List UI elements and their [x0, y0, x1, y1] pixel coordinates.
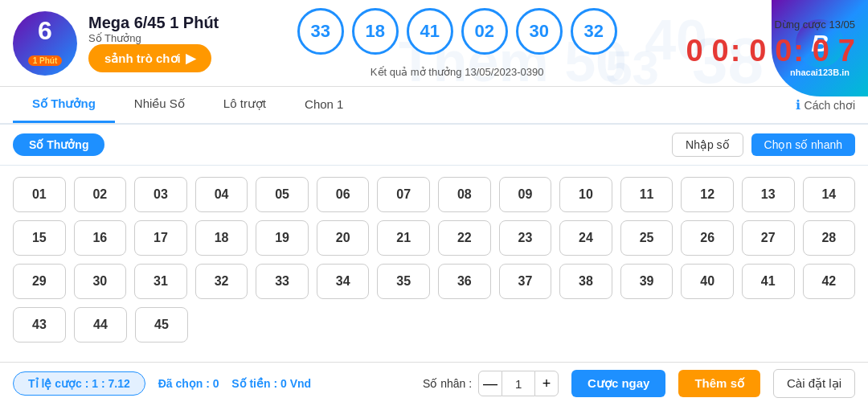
lottery-date: Kết quả mở thưởng 13/05/2023-0390 — [371, 66, 544, 78]
digit-2: 0 — [742, 34, 766, 68]
num-btn-44[interactable]: 44 — [74, 307, 127, 343]
digit-0: 0 — [679, 34, 703, 68]
num-btn-43[interactable]: 43 — [13, 307, 66, 343]
num-btn-32[interactable]: 32 — [195, 264, 248, 299]
play-button-label: sảnh trò chơi — [104, 51, 181, 66]
arrow-icon: ▶ — [186, 51, 195, 66]
num-btn-01[interactable]: 01 — [13, 177, 66, 212]
digit-3: 0 — [768, 34, 792, 68]
so-tien-value: 0 — [280, 377, 287, 390]
num-btn-37[interactable]: 37 — [499, 264, 552, 299]
num-btn-26[interactable]: 26 — [681, 220, 734, 256]
num-btn-24[interactable]: 24 — [559, 220, 612, 256]
num-btn-15[interactable]: 15 — [13, 220, 66, 256]
num-btn-34[interactable]: 34 — [317, 264, 370, 299]
num-btn-41[interactable]: 41 — [742, 264, 795, 299]
num-btn-03[interactable]: 03 — [134, 177, 187, 212]
cai-dat-lai-button[interactable]: Cài đặt lại — [773, 369, 855, 398]
num-btn-06[interactable]: 06 — [317, 177, 370, 212]
so-thuong-button[interactable]: Số Thưởng — [13, 133, 104, 156]
num-btn-02[interactable]: 02 — [74, 177, 127, 212]
num-btn-18[interactable]: 18 — [195, 220, 248, 256]
digit-1: 0 — [705, 34, 729, 68]
num-btn-09[interactable]: 09 — [499, 177, 552, 212]
num-btn-16[interactable]: 16 — [74, 220, 127, 256]
brand-url: nhacai123B.in — [790, 68, 850, 77]
grid-row-2: 1516171819202122232425262728 — [13, 220, 855, 256]
num-btn-11[interactable]: 11 — [620, 177, 674, 212]
num-btn-45[interactable]: 45 — [135, 307, 188, 343]
digit-4: 0 — [805, 34, 829, 68]
so-tien-unit: Vnd — [290, 377, 311, 390]
lottery-balls: 33 18 41 02 30 32 Kết quả mở thưởng 13/0… — [252, 8, 663, 78]
num-btn-19[interactable]: 19 — [256, 220, 309, 256]
num-btn-25[interactable]: 25 — [620, 220, 674, 256]
num-btn-39[interactable]: 39 — [620, 264, 674, 299]
them-so-button[interactable]: Thêm số — [678, 370, 760, 397]
grid-row-4: 434445 — [13, 307, 855, 343]
num-btn-28[interactable]: 28 — [803, 220, 856, 256]
colon-2: : — [793, 34, 804, 68]
countdown-area: Dừng cược 13/05 0 0 : 0 0 : 0 7 — [679, 18, 855, 68]
nhap-so-button[interactable]: Nhập số — [672, 133, 743, 157]
num-btn-29[interactable]: 29 — [13, 264, 66, 299]
num-btn-07[interactable]: 07 — [377, 177, 430, 212]
minus-button[interactable]: — — [478, 371, 502, 396]
num-btn-30[interactable]: 30 — [74, 264, 127, 299]
cach-choi-label: Cách chơi — [805, 99, 855, 112]
num-btn-17[interactable]: 17 — [134, 220, 187, 256]
info-icon: ℹ — [796, 97, 800, 113]
sub-bar: Số Thưởng Nhập số Chọn số nhanh — [0, 125, 868, 166]
ball-1: 33 — [297, 8, 344, 55]
plus-button[interactable]: + — [534, 371, 559, 396]
tab-nhieu-so[interactable]: Nhiều Số — [115, 87, 204, 123]
so-nhan-label: Số nhân : — [423, 377, 472, 390]
tab-lo-truot[interactable]: Lô trượt — [204, 87, 285, 123]
num-btn-14[interactable]: 14 — [803, 177, 856, 212]
num-btn-31[interactable]: 31 — [134, 264, 187, 299]
play-button[interactable]: sảnh trò chơi ▶ — [88, 44, 211, 72]
num-btn-10[interactable]: 10 — [559, 177, 612, 212]
game-info: Mega 6/45 1 Phút Số Thưởng — [88, 14, 219, 44]
num-btn-20[interactable]: 20 — [317, 220, 370, 256]
ball-3: 41 — [407, 8, 453, 55]
num-btn-40[interactable]: 40 — [681, 264, 734, 299]
num-btn-36[interactable]: 36 — [438, 264, 491, 299]
ti-le-cuoc: Tỉ lệ cược : 1 : 7.12 — [13, 371, 145, 396]
cach-choi-button[interactable]: ℹ Cách chơi — [796, 97, 855, 113]
chon-so-nhanh-button[interactable]: Chọn số nhanh — [751, 133, 855, 156]
tab-so-thuong[interactable]: Số Thưởng — [13, 87, 115, 123]
game-logo: 6 1 Phút — [13, 11, 77, 76]
grid-row-3: 2930313233343536373839404142 — [13, 264, 855, 299]
footer-info: Đã chọn : 0 Số tiền : 0 Vnd — [158, 377, 311, 390]
num-btn-33[interactable]: 33 — [256, 264, 309, 299]
num-btn-22[interactable]: 22 — [438, 220, 491, 256]
num-btn-12[interactable]: 12 — [681, 177, 734, 212]
num-btn-21[interactable]: 21 — [377, 220, 430, 256]
balls-row: 33 18 41 02 30 32 — [297, 8, 617, 55]
num-btn-05[interactable]: 05 — [256, 177, 309, 212]
digit-5: 7 — [831, 34, 855, 68]
num-btn-04[interactable]: 04 — [195, 177, 248, 212]
logo-label: 1 Phút — [28, 55, 63, 66]
num-btn-27[interactable]: 27 — [742, 220, 795, 256]
ball-6: 32 — [571, 8, 617, 55]
num-btn-35[interactable]: 35 — [377, 264, 430, 299]
countdown-label: Dừng cược 13/05 — [679, 18, 855, 31]
countdown-digits: 0 0 : 0 0 : 0 7 — [679, 34, 855, 68]
cuoc-ngay-button[interactable]: Cược ngay — [571, 370, 665, 397]
num-btn-42[interactable]: 42 — [803, 264, 856, 299]
num-btn-38[interactable]: 38 — [559, 264, 612, 299]
logo-number: 6 — [28, 18, 63, 43]
da-chon-label: Đã chọn : — [158, 377, 210, 390]
da-chon-value: 0 — [213, 377, 219, 390]
num-btn-23[interactable]: 23 — [499, 220, 552, 256]
tab-chon-1[interactable]: Chon 1 — [285, 88, 362, 123]
num-btn-08[interactable]: 08 — [438, 177, 491, 212]
ball-5: 30 — [516, 8, 563, 55]
tab-nav: Số Thưởng Nhiều Số Lô trượt Chon 1 ℹ Các… — [0, 87, 868, 125]
so-nhan-section: Số nhân : — 1 + — [423, 371, 559, 396]
number-grid: 0102030405060708091011121314151617181920… — [0, 166, 868, 362]
ball-4: 02 — [461, 8, 508, 55]
num-btn-13[interactable]: 13 — [742, 177, 795, 212]
